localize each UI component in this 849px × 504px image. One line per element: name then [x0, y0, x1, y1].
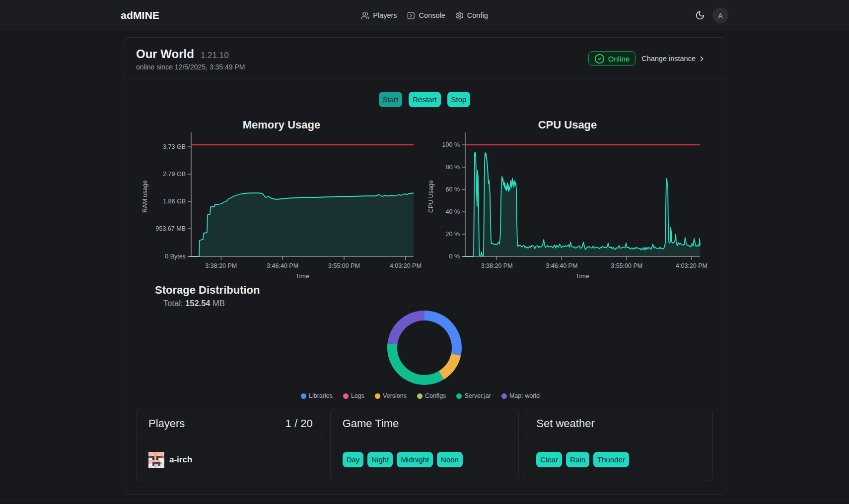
svg-text:3:55:00 PM: 3:55:00 PM [328, 262, 360, 269]
svg-text:100 %: 100 % [442, 141, 460, 148]
svg-text:Time: Time [295, 273, 309, 280]
svg-text:0 Bytes: 0 Bytes [165, 253, 186, 260]
svg-text:3.73 GB: 3.73 GB [163, 143, 186, 150]
svg-text:CPU Usage: CPU Usage [427, 180, 434, 213]
svg-text:40 %: 40 % [446, 208, 460, 215]
svg-text:20 %: 20 % [446, 231, 460, 238]
svg-text:3:55:00 PM: 3:55:00 PM [611, 262, 642, 269]
svg-text:4:03:20 PM: 4:03:20 PM [676, 262, 708, 269]
svg-text:3:38:20 PM: 3:38:20 PM [205, 262, 237, 269]
svg-text:3:46:40 PM: 3:46:40 PM [267, 262, 298, 269]
svg-text:60 %: 60 % [446, 186, 460, 193]
svg-text:3:46:40 PM: 3:46:40 PM [546, 262, 577, 269]
svg-text:CPU Usage: CPU Usage [538, 119, 597, 131]
svg-text:RAM usage: RAM usage [142, 180, 148, 212]
svg-text:Time: Time [575, 273, 589, 280]
svg-text:4:03:20 PM: 4:03:20 PM [390, 262, 422, 269]
svg-text:3:38:20 PM: 3:38:20 PM [481, 262, 513, 269]
svg-text:953.67 MB: 953.67 MB [156, 225, 186, 232]
svg-text:1.86 GB: 1.86 GB [163, 198, 186, 205]
svg-text:Memory Usage: Memory Usage [243, 119, 321, 131]
svg-text:0 %: 0 % [449, 253, 460, 260]
svg-text:2.79 GB: 2.79 GB [163, 171, 186, 178]
svg-text:80 %: 80 % [446, 164, 460, 171]
